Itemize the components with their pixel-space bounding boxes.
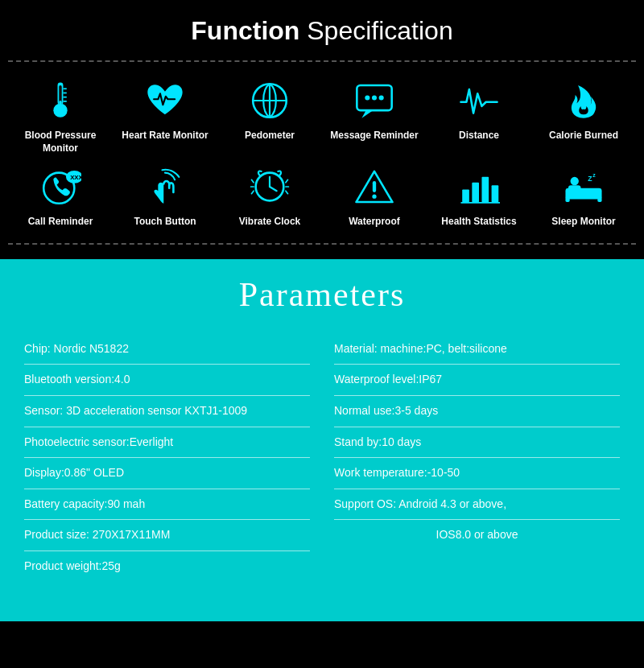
bottom-divider xyxy=(8,243,636,245)
call-icon: XXX xyxy=(36,163,85,211)
svg-line-23 xyxy=(251,191,254,193)
svg-point-28 xyxy=(372,195,376,199)
bottom-section: Parameters Chip: Nordic N51822 Bluetooth… xyxy=(0,259,644,621)
sleep-icon: Z z xyxy=(559,163,608,211)
param-material: Material: machine:PC, belt:silicone xyxy=(334,334,620,365)
param-temperature: Work temperature:-10-50 xyxy=(334,458,620,489)
params-title: Parameters xyxy=(24,275,620,314)
call-label: Call Reminder xyxy=(28,216,93,229)
distance-icon xyxy=(455,76,503,125)
svg-rect-4 xyxy=(63,93,66,94)
svg-point-12 xyxy=(365,96,369,101)
svg-rect-29 xyxy=(462,190,469,203)
param-chip: Chip: Nordic N51822 xyxy=(24,334,310,365)
param-display: Display:0.86" OLED xyxy=(24,458,310,489)
svg-rect-31 xyxy=(481,177,489,202)
param-bluetooth: Bluetooth version:4.0 xyxy=(24,365,310,396)
blood-pressure-label: Blood Pressure Monitor xyxy=(12,130,109,155)
feature-heart-rate: Heart Rate Monitor xyxy=(117,76,213,155)
param-os: Support OS: Android 4.3 or above, xyxy=(334,489,620,521)
svg-rect-27 xyxy=(373,181,376,192)
param-standby: Stand by:10 days xyxy=(334,427,620,459)
svg-line-21 xyxy=(251,180,254,183)
distance-label: Distance xyxy=(459,130,499,142)
vibrate-label: Vibrate Clock xyxy=(239,216,300,229)
svg-text:Z: Z xyxy=(588,175,592,183)
message-icon xyxy=(350,76,398,125)
pedometer-label: Pedometer xyxy=(245,130,295,142)
title-normal: Specification xyxy=(299,16,452,45)
title-bold: Function xyxy=(191,16,299,45)
svg-line-24 xyxy=(286,180,288,183)
svg-rect-3 xyxy=(63,88,66,89)
touch-icon xyxy=(141,163,189,211)
health-label: Health Statistics xyxy=(441,216,516,229)
feature-distance: Distance xyxy=(431,76,527,155)
svg-rect-35 xyxy=(565,196,569,202)
waterproof-label: Waterproof xyxy=(349,216,400,229)
svg-rect-7 xyxy=(59,101,61,108)
feature-blood-pressure: Blood Pressure Monitor xyxy=(12,76,109,155)
svg-rect-6 xyxy=(63,101,66,102)
svg-line-26 xyxy=(286,191,288,193)
svg-rect-37 xyxy=(568,185,581,192)
svg-text:z: z xyxy=(592,172,596,178)
param-ios: IOS8.0 or above xyxy=(334,520,620,550)
feature-vibrate: Vibrate Clock xyxy=(221,163,318,229)
feature-message: Message Reminder xyxy=(326,76,423,155)
svg-rect-5 xyxy=(63,97,66,98)
params-grid: Chip: Nordic N51822 Bluetooth version:4.… xyxy=(24,334,620,582)
feature-pedometer: Pedometer xyxy=(221,76,318,155)
svg-rect-36 xyxy=(597,196,601,202)
calorie-label: Calorie Burned xyxy=(549,130,618,142)
pedometer-icon xyxy=(246,76,294,125)
param-sensor: Sensor: 3D acceleration sensor KXTJ1-100… xyxy=(24,396,310,427)
heart-rate-icon xyxy=(141,76,189,125)
feature-waterproof: Waterproof xyxy=(326,163,423,229)
feature-calorie: Calorie Burned xyxy=(535,76,632,155)
svg-point-38 xyxy=(571,177,579,185)
feature-touch: Touch Button xyxy=(117,163,213,229)
touch-label: Touch Button xyxy=(134,216,196,229)
waterproof-icon xyxy=(350,163,398,211)
health-icon xyxy=(455,163,503,211)
svg-point-14 xyxy=(379,96,384,101)
param-normal-use: Normal use:3-5 days xyxy=(334,396,620,427)
param-waterproof-level: Waterproof level:IP67 xyxy=(334,365,620,396)
top-section: Function Specification xyxy=(0,0,644,259)
svg-rect-32 xyxy=(492,185,499,202)
vibrate-icon xyxy=(246,163,294,211)
param-weight: Product weight:25g xyxy=(24,551,310,582)
top-divider xyxy=(8,60,636,62)
param-photoelectric: Photoelectric sensor:Everlight xyxy=(24,427,310,459)
features-grid: Blood Pressure Monitor Heart Rate Monito… xyxy=(8,68,636,237)
page-title: Function Specification xyxy=(8,16,636,46)
message-label: Message Reminder xyxy=(330,130,418,142)
blood-pressure-icon xyxy=(36,76,85,125)
feature-call: XXX Call Reminder xyxy=(12,163,109,229)
param-size: Product size: 270X17X11MM xyxy=(24,520,310,551)
calorie-icon xyxy=(559,76,608,125)
params-right-column: Material: machine:PC, belt:silicone Wate… xyxy=(334,334,620,582)
heart-rate-label: Heart Rate Monitor xyxy=(122,130,208,142)
svg-point-13 xyxy=(372,96,377,101)
svg-rect-30 xyxy=(472,183,479,202)
svg-line-20 xyxy=(270,187,277,191)
feature-health: Health Statistics xyxy=(431,163,527,229)
svg-text:XXX: XXX xyxy=(70,175,81,182)
params-left-column: Chip: Nordic N51822 Bluetooth version:4.… xyxy=(24,334,310,582)
feature-sleep: Z z Sleep Monitor xyxy=(535,163,632,229)
sleep-label: Sleep Monitor xyxy=(551,216,615,229)
param-battery: Battery capacity:90 mah xyxy=(24,489,310,521)
